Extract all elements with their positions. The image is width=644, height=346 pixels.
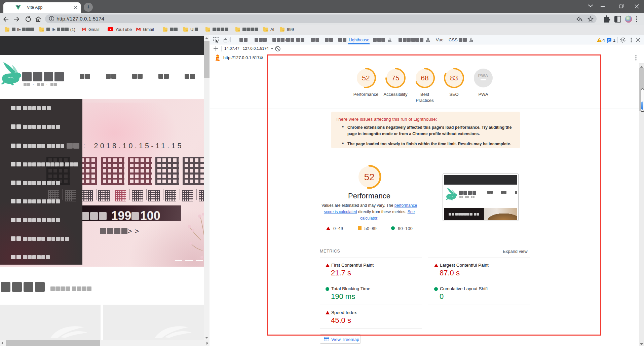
svg-text:1: 1 [613,38,615,43]
svg-text:4: 4 [603,38,605,43]
